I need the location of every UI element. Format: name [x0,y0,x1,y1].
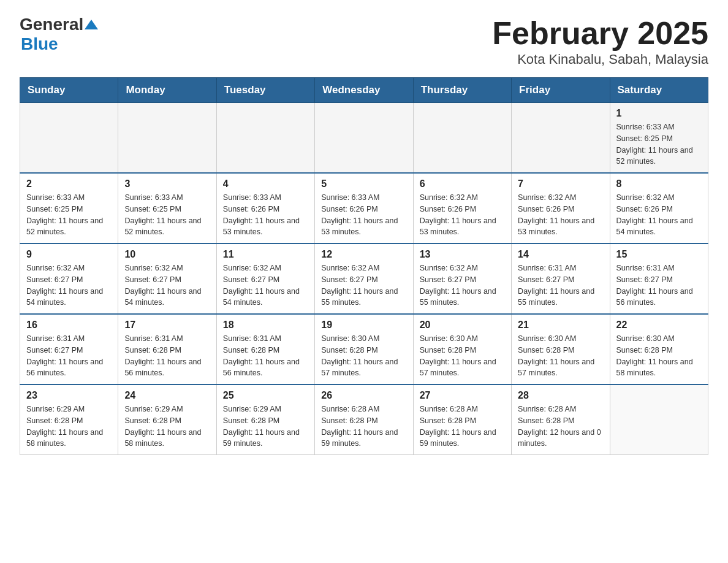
day-info: Sunrise: 6:32 AM Sunset: 6:27 PM Dayligh… [321,262,406,308]
page-header: General Blue February 2025 Kota Kinabalu… [20,15,708,67]
day-info: Sunrise: 6:28 AM Sunset: 6:28 PM Dayligh… [321,404,406,450]
day-info: Sunrise: 6:32 AM Sunset: 6:27 PM Dayligh… [420,262,505,308]
calendar-day-cell: 4Sunrise: 6:33 AM Sunset: 6:26 PM Daylig… [216,173,314,243]
day-info: Sunrise: 6:29 AM Sunset: 6:28 PM Dayligh… [124,404,210,450]
weekday-header-sunday: Sunday [20,78,118,103]
day-info: Sunrise: 6:29 AM Sunset: 6:28 PM Dayligh… [26,404,112,450]
calendar-day-cell [610,385,708,455]
calendar-day-cell: 24Sunrise: 6:29 AM Sunset: 6:28 PM Dayli… [118,385,216,455]
day-info: Sunrise: 6:32 AM Sunset: 6:27 PM Dayligh… [223,262,308,308]
day-number: 4 [223,178,308,190]
logo-blue-text: Blue [21,34,58,54]
calendar-day-cell: 2Sunrise: 6:33 AM Sunset: 6:25 PM Daylig… [20,173,118,243]
day-info: Sunrise: 6:32 AM Sunset: 6:26 PM Dayligh… [420,192,505,238]
day-number: 2 [26,178,112,190]
calendar-day-cell: 18Sunrise: 6:31 AM Sunset: 6:28 PM Dayli… [216,314,314,385]
day-number: 23 [26,390,112,401]
calendar-day-cell: 12Sunrise: 6:32 AM Sunset: 6:27 PM Dayli… [315,243,413,314]
day-number: 27 [420,390,505,401]
calendar-day-cell: 27Sunrise: 6:28 AM Sunset: 6:28 PM Dayli… [413,385,511,455]
day-number: 17 [124,320,210,331]
day-info: Sunrise: 6:30 AM Sunset: 6:28 PM Dayligh… [616,333,702,379]
title-block: February 2025 Kota Kinabalu, Sabah, Mala… [492,15,708,67]
calendar-table: SundayMondayTuesdayWednesdayThursdayFrid… [20,77,708,455]
calendar-day-cell [315,103,413,174]
calendar-day-cell: 10Sunrise: 6:32 AM Sunset: 6:27 PM Dayli… [118,243,216,314]
logo-general-text: General [20,15,83,34]
day-number: 9 [26,249,112,260]
calendar-title: February 2025 [492,15,708,52]
calendar-day-cell [512,103,610,174]
calendar-subtitle: Kota Kinabalu, Sabah, Malaysia [492,52,708,67]
day-number: 26 [321,390,406,401]
day-number: 10 [124,249,210,260]
calendar-day-cell: 9Sunrise: 6:32 AM Sunset: 6:27 PM Daylig… [20,243,118,314]
day-info: Sunrise: 6:31 AM Sunset: 6:27 PM Dayligh… [518,262,603,308]
calendar-body: 1Sunrise: 6:33 AM Sunset: 6:25 PM Daylig… [20,103,708,455]
weekday-header-tuesday: Tuesday [216,78,314,103]
day-number: 7 [518,178,603,190]
svg-marker-0 [85,20,98,29]
weekday-header-friday: Friday [512,78,610,103]
weekday-header-thursday: Thursday [413,78,511,103]
day-info: Sunrise: 6:33 AM Sunset: 6:26 PM Dayligh… [223,192,308,238]
calendar-day-cell: 8Sunrise: 6:32 AM Sunset: 6:26 PM Daylig… [610,173,708,243]
calendar-day-cell: 11Sunrise: 6:32 AM Sunset: 6:27 PM Dayli… [216,243,314,314]
logo-wordmark: General [20,15,98,34]
day-info: Sunrise: 6:30 AM Sunset: 6:28 PM Dayligh… [420,333,505,379]
day-number: 21 [518,320,603,331]
day-info: Sunrise: 6:31 AM Sunset: 6:28 PM Dayligh… [223,333,308,379]
calendar-day-cell: 13Sunrise: 6:32 AM Sunset: 6:27 PM Dayli… [413,243,511,314]
day-info: Sunrise: 6:31 AM Sunset: 6:27 PM Dayligh… [26,333,112,379]
calendar-day-cell: 5Sunrise: 6:33 AM Sunset: 6:26 PM Daylig… [315,173,413,243]
day-info: Sunrise: 6:32 AM Sunset: 6:26 PM Dayligh… [518,192,603,238]
day-number: 22 [616,320,702,331]
day-number: 11 [223,249,308,260]
day-info: Sunrise: 6:30 AM Sunset: 6:28 PM Dayligh… [321,333,406,379]
calendar-day-cell: 1Sunrise: 6:33 AM Sunset: 6:25 PM Daylig… [610,103,708,174]
calendar-day-cell: 26Sunrise: 6:28 AM Sunset: 6:28 PM Dayli… [315,385,413,455]
calendar-day-cell: 23Sunrise: 6:29 AM Sunset: 6:28 PM Dayli… [20,385,118,455]
weekday-header-row: SundayMondayTuesdayWednesdayThursdayFrid… [20,78,708,103]
calendar-day-cell: 6Sunrise: 6:32 AM Sunset: 6:26 PM Daylig… [413,173,511,243]
day-number: 20 [420,320,505,331]
day-number: 14 [518,249,603,260]
calendar-header: SundayMondayTuesdayWednesdayThursdayFrid… [20,78,708,103]
day-info: Sunrise: 6:32 AM Sunset: 6:27 PM Dayligh… [26,262,112,308]
calendar-day-cell: 14Sunrise: 6:31 AM Sunset: 6:27 PM Dayli… [512,243,610,314]
weekday-header-wednesday: Wednesday [315,78,413,103]
day-number: 3 [124,178,210,190]
day-number: 16 [26,320,112,331]
day-number: 19 [321,320,406,331]
day-number: 13 [420,249,505,260]
calendar-day-cell: 21Sunrise: 6:30 AM Sunset: 6:28 PM Dayli… [512,314,610,385]
logo-triangle-icon [85,18,98,31]
day-info: Sunrise: 6:28 AM Sunset: 6:28 PM Dayligh… [518,404,603,450]
day-number: 6 [420,178,505,190]
day-info: Sunrise: 6:32 AM Sunset: 6:27 PM Dayligh… [124,262,210,308]
calendar-day-cell: 22Sunrise: 6:30 AM Sunset: 6:28 PM Dayli… [610,314,708,385]
calendar-week-row: 16Sunrise: 6:31 AM Sunset: 6:27 PM Dayli… [20,314,708,385]
calendar-day-cell: 16Sunrise: 6:31 AM Sunset: 6:27 PM Dayli… [20,314,118,385]
day-number: 5 [321,178,406,190]
calendar-day-cell [118,103,216,174]
day-number: 25 [223,390,308,401]
calendar-day-cell: 20Sunrise: 6:30 AM Sunset: 6:28 PM Dayli… [413,314,511,385]
day-info: Sunrise: 6:31 AM Sunset: 6:27 PM Dayligh… [616,262,702,308]
day-info: Sunrise: 6:33 AM Sunset: 6:26 PM Dayligh… [321,192,406,238]
calendar-day-cell [216,103,314,174]
calendar-day-cell: 28Sunrise: 6:28 AM Sunset: 6:28 PM Dayli… [512,385,610,455]
calendar-day-cell: 25Sunrise: 6:29 AM Sunset: 6:28 PM Dayli… [216,385,314,455]
weekday-header-saturday: Saturday [610,78,708,103]
day-info: Sunrise: 6:33 AM Sunset: 6:25 PM Dayligh… [124,192,210,238]
calendar-day-cell: 17Sunrise: 6:31 AM Sunset: 6:28 PM Dayli… [118,314,216,385]
day-info: Sunrise: 6:32 AM Sunset: 6:26 PM Dayligh… [616,192,702,238]
calendar-day-cell: 15Sunrise: 6:31 AM Sunset: 6:27 PM Dayli… [610,243,708,314]
calendar-day-cell [413,103,511,174]
calendar-week-row: 9Sunrise: 6:32 AM Sunset: 6:27 PM Daylig… [20,243,708,314]
day-number: 15 [616,249,702,260]
calendar-day-cell: 7Sunrise: 6:32 AM Sunset: 6:26 PM Daylig… [512,173,610,243]
day-number: 8 [616,178,702,190]
day-info: Sunrise: 6:33 AM Sunset: 6:25 PM Dayligh… [616,121,702,167]
weekday-header-monday: Monday [118,78,216,103]
